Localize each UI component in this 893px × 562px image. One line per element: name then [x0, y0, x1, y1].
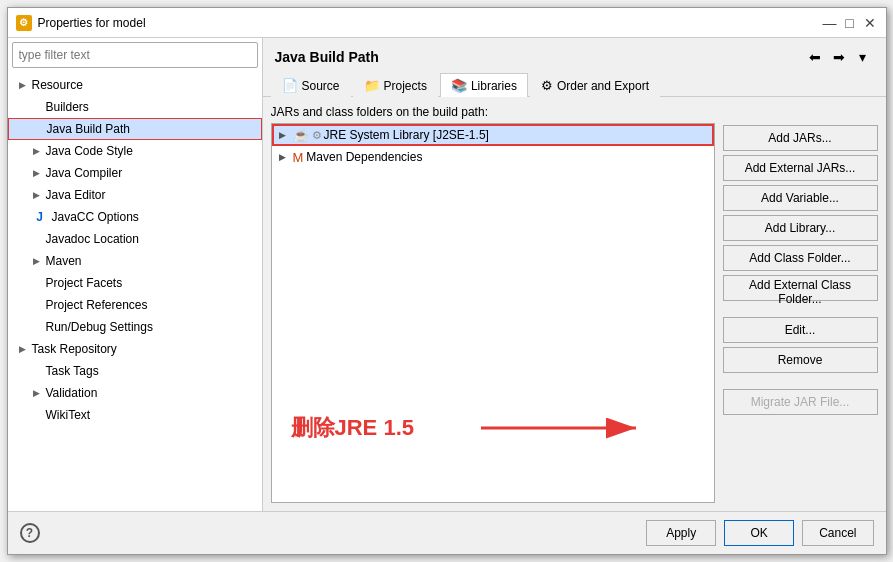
tree-arrow-task-tags	[30, 364, 44, 378]
tab-order-export[interactable]: ⚙ Order and Export	[530, 73, 660, 97]
tree-item-label-java-editor: Java Editor	[46, 188, 106, 202]
content-area: JARs and class folders on the build path…	[263, 97, 886, 511]
toolbar-icons: ⬅ ➡ ▾	[804, 46, 874, 68]
tree-arrow-run-debug-settings	[30, 320, 44, 334]
tree-arrow-project-facets	[30, 276, 44, 290]
cancel-button[interactable]: Cancel	[802, 520, 873, 546]
ok-button[interactable]: OK	[724, 520, 794, 546]
add-class-folder-button[interactable]: Add Class Folder...	[723, 245, 878, 271]
toolbar-forward-btn[interactable]: ➡	[828, 46, 850, 68]
right-panel: Java Build Path ⬅ ➡ ▾ 📄 Source 📁 Project…	[263, 38, 886, 511]
libraries-tab-icon: 📚	[451, 78, 467, 93]
tree-item-java-build-path[interactable]: Java Build Path	[8, 118, 262, 140]
add-variable-button[interactable]: Add Variable...	[723, 185, 878, 211]
tree-arrow-validation: ▶	[30, 386, 44, 400]
jre-icon: ☕	[293, 128, 309, 143]
title-bar: ⚙ Properties for model — □ ✕	[8, 8, 886, 38]
tree-arrow-java-build-path	[31, 122, 45, 136]
tree-item-label-resource: Resource	[32, 78, 83, 92]
panel-label: JARs and class folders on the build path…	[271, 105, 715, 119]
tree-item-builders[interactable]: Builders	[8, 96, 262, 118]
bottom-bar: ? Apply OK Cancel	[8, 511, 886, 554]
bottom-buttons: Apply OK Cancel	[646, 520, 873, 546]
tree-item-label-wikitext: WikiText	[46, 408, 91, 422]
order-export-tab-label: Order and Export	[557, 79, 649, 93]
tree-item-task-tags[interactable]: Task Tags	[8, 360, 262, 382]
tree-item-label-project-references: Project References	[46, 298, 148, 312]
tree-item-javadoc-location[interactable]: Javadoc Location	[8, 228, 262, 250]
jre-expand-arrow: ▶	[276, 130, 290, 140]
tab-libraries[interactable]: 📚 Libraries	[440, 73, 528, 97]
tree-item-label-project-facets: Project Facets	[46, 276, 123, 290]
tree-arrow-java-compiler: ▶	[30, 166, 44, 180]
buttons-separator-1	[723, 305, 878, 313]
tree-item-label-java-code-style: Java Code Style	[46, 144, 133, 158]
tree-item-validation[interactable]: ▶ Validation	[8, 382, 262, 404]
tree-arrow-builders	[30, 100, 44, 114]
lib-item-jre[interactable]: ▶ ☕ ⚙ JRE System Library [J2SE-1.5]	[272, 124, 714, 146]
add-library-button[interactable]: Add Library...	[723, 215, 878, 241]
maven-icon: M	[293, 150, 304, 165]
tree-item-label-java-compiler: Java Compiler	[46, 166, 123, 180]
tree-item-java-compiler[interactable]: ▶ Java Compiler	[8, 162, 262, 184]
tree-item-label-java-build-path: Java Build Path	[47, 122, 130, 136]
right-panel-title: Java Build Path	[275, 49, 796, 65]
edit-button[interactable]: Edit...	[723, 317, 878, 343]
tree-list: ▶ Resource Builders Java Build Path ▶ Ja…	[8, 72, 262, 511]
properties-dialog: ⚙ Properties for model — □ ✕ ▶ Resource …	[7, 7, 887, 555]
tree-arrow-resource: ▶	[16, 78, 30, 92]
source-tab-icon: 📄	[282, 78, 298, 93]
tree-arrow-java-code-style: ▶	[30, 144, 44, 158]
tree-item-label-run-debug: Run/Debug Settings	[46, 320, 153, 334]
tree-arrow-javadoc-location	[30, 232, 44, 246]
tree-item-project-references[interactable]: Project References	[8, 294, 262, 316]
tree-arrow-javacc-options	[16, 210, 30, 224]
tree-item-label-javadoc-location: Javadoc Location	[46, 232, 139, 246]
dialog-body: ▶ Resource Builders Java Build Path ▶ Ja…	[8, 38, 886, 511]
javacc-icon: J	[32, 209, 48, 225]
tree-item-javacc-options[interactable]: J JavaCC Options	[8, 206, 262, 228]
maximize-button[interactable]: □	[842, 15, 858, 31]
filter-input[interactable]	[12, 42, 258, 68]
add-external-jars-button[interactable]: Add External JARs...	[723, 155, 878, 181]
toolbar-back-btn[interactable]: ⬅	[804, 46, 826, 68]
tree-arrow-project-references	[30, 298, 44, 312]
left-panel: ▶ Resource Builders Java Build Path ▶ Ja…	[8, 38, 263, 511]
library-list: ▶ ☕ ⚙ JRE System Library [J2SE-1.5] ▶ M …	[271, 123, 715, 503]
tree-item-task-repository[interactable]: ▶ Task Repository	[8, 338, 262, 360]
tab-source[interactable]: 📄 Source	[271, 73, 351, 97]
tabs-bar: 📄 Source 📁 Projects 📚 Libraries ⚙ Order …	[263, 72, 886, 97]
tree-item-project-facets[interactable]: Project Facets	[8, 272, 262, 294]
tab-projects[interactable]: 📁 Projects	[353, 73, 438, 97]
tree-item-run-debug-settings[interactable]: Run/Debug Settings	[8, 316, 262, 338]
buttons-separator-2	[723, 377, 878, 385]
apply-button[interactable]: Apply	[646, 520, 716, 546]
tree-item-label-builders: Builders	[46, 100, 89, 114]
migrate-jar-button[interactable]: Migrate JAR File...	[723, 389, 878, 415]
tree-item-label-validation: Validation	[46, 386, 98, 400]
tree-item-label-task-tags: Task Tags	[46, 364, 99, 378]
order-export-tab-icon: ⚙	[541, 78, 553, 93]
window-controls: — □ ✕	[822, 15, 878, 31]
lib-item-maven[interactable]: ▶ M Maven Dependencies	[272, 146, 714, 168]
toolbar-menu-btn[interactable]: ▾	[852, 46, 874, 68]
help-button[interactable]: ?	[20, 523, 40, 543]
tree-item-maven[interactable]: ▶ Maven	[8, 250, 262, 272]
projects-tab-icon: 📁	[364, 78, 380, 93]
remove-button[interactable]: Remove	[723, 347, 878, 373]
add-jars-button[interactable]: Add JARs...	[723, 125, 878, 151]
minimize-button[interactable]: —	[822, 15, 838, 31]
side-buttons: Add JARs... Add External JARs... Add Var…	[723, 105, 878, 503]
tree-arrow-maven: ▶	[30, 254, 44, 268]
tree-arrow-wikitext	[30, 408, 44, 422]
maven-lib-label: Maven Dependencies	[306, 150, 422, 164]
tree-item-resource[interactable]: ▶ Resource	[8, 74, 262, 96]
source-tab-label: Source	[302, 79, 340, 93]
tree-item-java-editor[interactable]: ▶ Java Editor	[8, 184, 262, 206]
add-external-class-folder-button[interactable]: Add External Class Folder...	[723, 275, 878, 301]
tree-item-wikitext[interactable]: WikiText	[8, 404, 262, 426]
tree-item-java-code-style[interactable]: ▶ Java Code Style	[8, 140, 262, 162]
close-button[interactable]: ✕	[862, 15, 878, 31]
tree-arrow-task-repository: ▶	[16, 342, 30, 356]
tree-item-label-javacc-options: JavaCC Options	[52, 210, 139, 224]
